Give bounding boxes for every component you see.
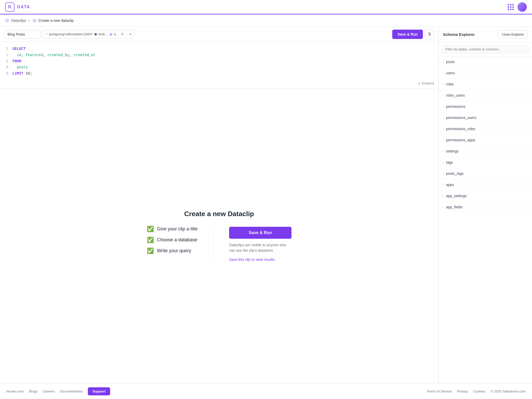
save-run-button[interactable]: Save & Run: [392, 30, 423, 39]
footer-link-privacy[interactable]: Privacy: [457, 389, 468, 393]
dataclip-title-input[interactable]: [4, 30, 41, 39]
schema-table-item[interactable]: ›posts_tags: [439, 168, 532, 179]
schema-table-name: app_settings: [446, 194, 467, 198]
support-button[interactable]: Support: [88, 387, 110, 395]
code-content-4: posts: [12, 64, 28, 71]
schema-table-item[interactable]: ›app_fields: [439, 202, 532, 213]
chevron-right-icon: ›: [443, 105, 444, 108]
code-line-2: 2 id, featured, created_by, created_at: [4, 52, 434, 58]
close-explorer-button[interactable]: Close Explorer: [498, 30, 528, 38]
schema-table-list: ›posts›users›roles›roles_users›permissio…: [439, 56, 532, 383]
code-line-4: 4 posts: [4, 64, 434, 71]
footer-link-cookies[interactable]: Cookies: [473, 389, 486, 393]
footer-right: Terms of Service Privacy Cookies © 2020 …: [427, 389, 526, 393]
footer-link-careers[interactable]: Careers: [43, 389, 55, 393]
schema-filter: [439, 42, 532, 56]
check-label-2: Choose a database: [157, 237, 197, 243]
vertical-divider: [213, 226, 214, 262]
schema-filter-input[interactable]: [442, 45, 529, 54]
schema-table-name: apps: [446, 183, 454, 187]
schema-table-item[interactable]: ›tags: [439, 157, 532, 168]
schema-table-item[interactable]: ›roles: [439, 79, 532, 90]
schema-table-item[interactable]: ›users: [439, 68, 532, 79]
app-logo: K: [5, 2, 15, 12]
schema-table-item[interactable]: ›permissions_roles: [439, 123, 532, 135]
dataclip-content: ✅ Give your clip a title ✅ Choose a data…: [147, 226, 291, 262]
db-close-icon[interactable]: ✕: [121, 32, 124, 37]
code-line-3: 3 FROM: [4, 58, 434, 65]
user-avatar[interactable]: [517, 2, 527, 12]
header-right: [508, 2, 527, 12]
schema-table-name: users: [446, 71, 455, 75]
left-panel: ⑂ postgresql-silhouetted-22807 emb... ⊞ …: [0, 27, 438, 383]
expand-button-sm[interactable]: ⇅: [425, 29, 434, 39]
dataclips-icon: ⊙: [5, 18, 9, 23]
footer-left: heroku.com Blogs Careers Documentation S…: [6, 387, 110, 395]
main-layout: ⑂ postgresql-silhouetted-22807 emb... ⊞ …: [0, 27, 532, 383]
check-icon-3: ✅: [147, 248, 154, 254]
footer-link-heroku[interactable]: heroku.com: [6, 389, 24, 393]
line-num-1: 1: [4, 46, 8, 52]
db-selector[interactable]: ⑂ postgresql-silhouetted-22807 emb... ⊞ …: [43, 30, 134, 38]
chevron-right-icon: ›: [443, 127, 444, 131]
chevron-right-icon: ›: [443, 172, 444, 175]
grid-icon[interactable]: [508, 4, 514, 10]
schema-table-name: app_fields: [446, 205, 463, 209]
code-editor[interactable]: 1 SELECT 2 id, featured, created_by, cre…: [0, 42, 438, 89]
chevron-right-icon: ›: [443, 116, 444, 119]
db-name: postgresql-silhouetted-22807: [49, 32, 93, 36]
footer-link-blogs[interactable]: Blogs: [29, 389, 38, 393]
db-chevron-icon[interactable]: ▾: [130, 32, 131, 36]
breadcrumb: ⊙ Dataclips > ⊙ Create a new dataclip: [0, 15, 532, 27]
stack-icon: ⊞: [109, 32, 112, 36]
schema-table-item[interactable]: ›posts: [439, 56, 532, 68]
schema-table-item[interactable]: ›permissions: [439, 101, 532, 112]
chevron-right-icon: ›: [443, 71, 444, 75]
chevron-right-icon: ›: [443, 60, 444, 64]
app-title: DATA: [17, 5, 30, 9]
save-run-large-button[interactable]: Save & Run: [229, 227, 291, 239]
check-icon-2: ✅: [147, 237, 154, 243]
check-item-3: ✅ Write your query: [147, 248, 198, 254]
line-num-3: 3: [4, 58, 8, 65]
chevron-right-icon: ›: [443, 94, 444, 97]
expand-button[interactable]: ⤢ Expand: [418, 81, 434, 86]
chevron-right-icon: ›: [443, 82, 444, 86]
schema-table-name: permissions_apps: [446, 138, 475, 142]
schema-table-name: permissions_roles: [446, 127, 475, 131]
footer-link-tos[interactable]: Terms of Service: [427, 389, 452, 393]
check-label-1: Give your clip a title: [157, 226, 198, 232]
line-num-4: 4: [4, 64, 8, 71]
schema-explorer-title: Schema Explorer: [443, 32, 475, 37]
db-status-dot: [94, 33, 97, 36]
breadcrumb-parent-label: Dataclips: [11, 18, 26, 23]
check-icon-1: ✅: [147, 226, 154, 232]
breadcrumb-parent-link[interactable]: Dataclips: [11, 18, 26, 23]
footer-link-documentation[interactable]: Documentation: [60, 389, 83, 393]
schema-table-item[interactable]: ›roles_users: [439, 90, 532, 101]
chevron-right-icon: ›: [443, 183, 444, 187]
line-num-5: 5: [4, 71, 8, 77]
check-item-1: ✅ Give your clip a title: [147, 226, 198, 232]
breadcrumb-current-icon: ⊙: [32, 18, 36, 23]
schema-table-name: roles_users: [446, 93, 465, 97]
schema-table-item[interactable]: ›apps: [439, 179, 532, 190]
db-separator: |: [126, 32, 127, 36]
schema-explorer-panel: Schema Explorer Close Explorer ›posts›us…: [438, 27, 532, 383]
chevron-right-icon: ›: [443, 161, 444, 164]
schema-table-item[interactable]: ›permissions_users: [439, 112, 532, 123]
schema-explorer-header: Schema Explorer Close Explorer: [439, 27, 532, 42]
schema-table-item[interactable]: ›settings: [439, 146, 532, 157]
code-content-1: SELECT: [12, 46, 25, 52]
save-section: Save & Run Dataclips are visible to anyo…: [229, 226, 291, 262]
code-content-2: id, featured, created_by, created_at: [12, 52, 95, 58]
schema-table-item[interactable]: ›permissions_apps: [439, 135, 532, 146]
schema-table-item[interactable]: ›app_settings: [439, 190, 532, 202]
save-link[interactable]: Save this clip to view results.: [229, 257, 276, 262]
toolbar: ⑂ postgresql-silhouetted-22807 emb... ⊞ …: [0, 27, 438, 42]
dataclip-panel: Create a new Dataclip ✅ Give your clip a…: [0, 89, 438, 383]
schema-table-name: roles: [446, 82, 454, 86]
schema-table-name: permissions: [446, 104, 466, 109]
schema-table-name: settings: [446, 149, 458, 153]
db-short1: emb...: [98, 32, 108, 36]
